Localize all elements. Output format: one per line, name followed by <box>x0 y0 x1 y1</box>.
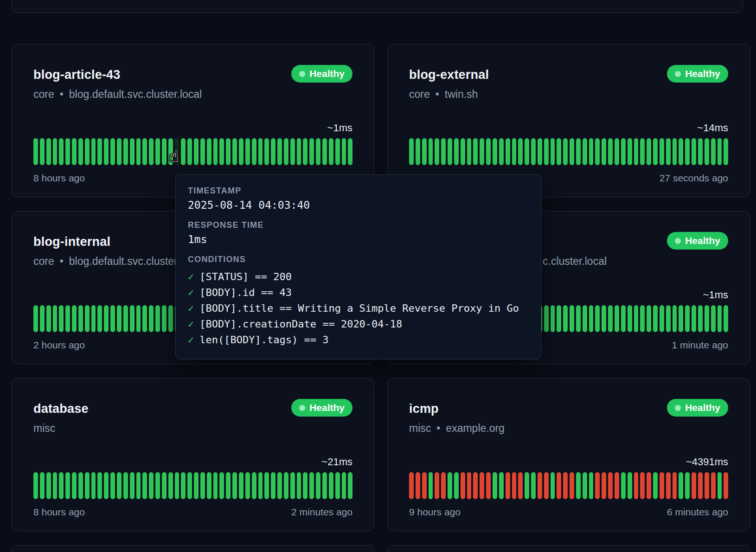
status-bar[interactable] <box>705 305 709 332</box>
status-bar[interactable] <box>252 138 256 165</box>
status-bar[interactable] <box>194 138 199 165</box>
status-bar[interactable] <box>692 305 696 332</box>
status-bar[interactable] <box>679 305 683 332</box>
status-bar[interactable] <box>435 472 439 499</box>
status-bar[interactable] <box>65 305 70 332</box>
status-bar[interactable] <box>149 138 154 165</box>
status-bar[interactable] <box>666 138 671 165</box>
status-bar[interactable] <box>72 472 77 499</box>
status-bar[interactable] <box>448 138 452 165</box>
status-bar[interactable] <box>422 472 427 499</box>
status-bar[interactable] <box>660 138 664 165</box>
status-bar[interactable] <box>53 138 58 165</box>
status-bar[interactable] <box>628 472 632 499</box>
status-bar[interactable] <box>634 472 639 499</box>
status-bar[interactable] <box>297 138 301 165</box>
status-bar[interactable] <box>181 472 186 499</box>
status-bar[interactable] <box>441 472 446 499</box>
status-bar[interactable] <box>660 305 664 332</box>
status-bar[interactable] <box>673 138 677 165</box>
status-bar[interactable] <box>322 138 327 165</box>
status-bar[interactable] <box>59 472 64 499</box>
status-bar[interactable] <box>117 305 122 332</box>
status-bar[interactable] <box>142 138 147 165</box>
status-bar[interactable] <box>576 472 581 499</box>
status-bar[interactable] <box>448 472 452 499</box>
status-bar[interactable] <box>692 472 696 499</box>
status-bar[interactable] <box>557 472 561 499</box>
status-bar[interactable] <box>303 138 308 165</box>
status-bar[interactable] <box>544 305 549 332</box>
status-bar[interactable] <box>506 138 510 165</box>
status-bar[interactable] <box>435 138 439 165</box>
status-bar[interactable] <box>608 472 613 499</box>
status-bar[interactable] <box>628 138 632 165</box>
status-bar[interactable] <box>429 472 433 499</box>
status-bar[interactable] <box>239 138 243 165</box>
status-bar[interactable] <box>110 138 115 165</box>
status-bar[interactable] <box>685 472 690 499</box>
status-bar[interactable] <box>187 138 192 165</box>
status-bar[interactable] <box>679 138 683 165</box>
status-bar[interactable] <box>454 138 459 165</box>
status-bar[interactable] <box>284 472 288 499</box>
status-bar[interactable] <box>538 472 542 499</box>
status-bar[interactable] <box>557 305 561 332</box>
status-bar[interactable] <box>130 472 135 499</box>
status-bar[interactable] <box>342 472 346 499</box>
status-bar[interactable] <box>136 472 141 499</box>
status-bar[interactable] <box>653 138 658 165</box>
status-bar[interactable] <box>104 305 109 332</box>
partial-card-above[interactable] <box>12 0 743 13</box>
status-bar[interactable] <box>640 472 645 499</box>
status-bar[interactable] <box>91 305 96 332</box>
status-bar[interactable] <box>615 305 619 332</box>
status-bar[interactable] <box>711 305 716 332</box>
status-bar[interactable] <box>698 138 703 165</box>
endpoint-card-database[interactable]: database Healthy misc ~21ms 8 hours ago … <box>12 378 374 531</box>
status-bar[interactable] <box>309 138 314 165</box>
status-bar[interactable] <box>65 472 70 499</box>
status-bar[interactable] <box>506 472 510 499</box>
status-bar[interactable] <box>467 138 472 165</box>
status-bar[interactable] <box>117 138 122 165</box>
status-bar[interactable] <box>595 472 600 499</box>
status-bar[interactable] <box>409 472 414 499</box>
status-bar[interactable] <box>653 472 658 499</box>
status-bar[interactable] <box>207 138 211 165</box>
status-bar[interactable] <box>110 305 115 332</box>
status-bar[interactable] <box>284 138 288 165</box>
status-bar[interactable] <box>290 138 295 165</box>
status-bar[interactable] <box>123 305 128 332</box>
status-bar[interactable] <box>531 472 536 499</box>
status-bar[interactable] <box>53 472 58 499</box>
status-bar[interactable] <box>563 138 568 165</box>
endpoint-card-icmp[interactable]: icmp Healthy misc • example.org ~4391ms … <box>387 378 750 531</box>
status-bar[interactable] <box>647 138 651 165</box>
status-bar[interactable] <box>53 305 58 332</box>
status-bar[interactable] <box>136 138 141 165</box>
status-bar[interactable] <box>640 305 645 332</box>
status-bar[interactable] <box>602 305 606 332</box>
status-bar[interactable] <box>570 138 574 165</box>
status-bar[interactable] <box>181 138 186 165</box>
status-bar[interactable] <box>104 138 109 165</box>
status-bar[interactable] <box>200 138 205 165</box>
status-bar[interactable] <box>512 472 517 499</box>
status-bar[interactable] <box>348 472 352 499</box>
status-bar[interactable] <box>621 472 626 499</box>
status-bar[interactable] <box>711 472 716 499</box>
status-bar[interactable] <box>493 472 497 499</box>
status-bar[interactable] <box>104 472 109 499</box>
status-bar[interactable] <box>493 138 497 165</box>
status-bar[interactable] <box>136 305 141 332</box>
status-bar[interactable] <box>309 472 314 499</box>
status-bar[interactable] <box>46 138 51 165</box>
status-bar[interactable] <box>467 472 472 499</box>
status-bar[interactable] <box>226 138 231 165</box>
status-bar[interactable] <box>480 138 484 165</box>
status-bar[interactable] <box>551 305 555 332</box>
status-bar[interactable] <box>78 305 83 332</box>
status-bar[interactable] <box>660 472 664 499</box>
status-bar[interactable] <box>615 138 619 165</box>
